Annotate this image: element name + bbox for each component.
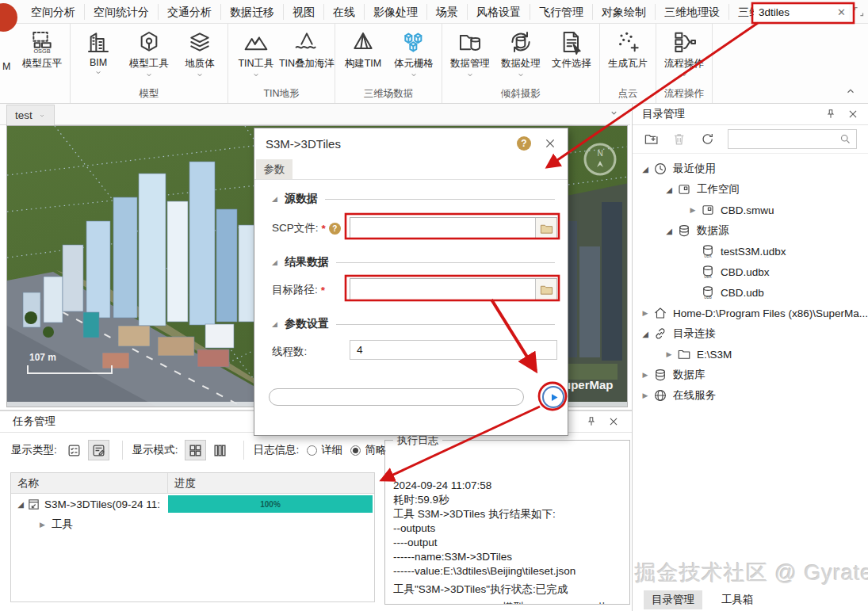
panel-tab-0[interactable]: 目录管理: [644, 590, 702, 609]
btn-model-flatten[interactable]: OSGB模型压平: [17, 24, 67, 86]
ribbon-search-input[interactable]: 3dtiles ✕: [754, 4, 849, 21]
menu-item-9[interactable]: 飞行管理: [530, 4, 593, 20]
expander-closed-icon[interactable]: ▶: [639, 371, 652, 379]
expander-open-icon[interactable]: ◢: [639, 165, 652, 174]
catalog-search-input[interactable]: [728, 129, 857, 149]
menu-item-1[interactable]: 空间统计分: [85, 4, 159, 20]
compass-widget[interactable]: N: [585, 144, 615, 174]
menu-item-11[interactable]: 三维地理设: [656, 4, 729, 20]
btn-gen-tiles[interactable]: 生成瓦片: [602, 24, 653, 86]
display-type-list-button[interactable]: [88, 440, 109, 460]
btn-model-tools[interactable]: 模型工具: [124, 24, 174, 86]
expander-closed-icon[interactable]: ▶: [686, 206, 699, 214]
tree-item[interactable]: ▶数据库: [633, 365, 868, 385]
expander-open-icon[interactable]: ◢: [639, 330, 652, 338]
svg-text:OSGB: OSGB: [33, 48, 50, 55]
tree-item[interactable]: UDBCBD.udb: [633, 282, 868, 303]
folder-db-icon: [457, 29, 483, 55]
btn-data-process[interactable]: 数据处理: [495, 24, 546, 86]
btn-tin-tools[interactable]: TIN工具: [231, 24, 281, 86]
radio-brief[interactable]: [350, 445, 361, 456]
tab-list-chevron-icon[interactable]: [609, 109, 619, 117]
expander-open-icon[interactable]: ◢: [663, 185, 675, 194]
expander-closed-icon[interactable]: ▶: [639, 309, 652, 317]
tree-item-label: 工作空间: [697, 182, 740, 197]
execute-button[interactable]: [542, 386, 564, 408]
tree-item[interactable]: ▶E:\S3M: [633, 344, 868, 365]
target-path-input[interactable]: [350, 278, 557, 300]
ribbon-group: 流程操作流程操作: [656, 24, 713, 103]
menu-item-7[interactable]: 场景: [427, 4, 468, 20]
section-parameter-settings[interactable]: ◢ 参数设置: [272, 317, 555, 331]
menu-item-2[interactable]: 交通分析: [159, 4, 221, 20]
refresh-icon[interactable]: [700, 131, 715, 147]
display-mode-columns-button[interactable]: [209, 440, 231, 460]
btn-geology[interactable]: 地质体: [174, 24, 225, 86]
tree-item[interactable]: ◢最近使用: [633, 158, 868, 179]
menu-item-8[interactable]: 风格设置: [468, 4, 530, 20]
section-source-data[interactable]: ◢ 源数据: [272, 192, 555, 206]
ribbon-group: 数据管理数据处理文件选择倾斜摄影: [442, 24, 600, 103]
menu-item-4[interactable]: 视图: [284, 4, 324, 20]
tree-item[interactable]: UDXtestS3M.udbx: [633, 241, 868, 262]
tree-item[interactable]: ▶Home-D:\Program Files (x86)\SuperMa...: [633, 303, 868, 323]
close-icon[interactable]: [847, 109, 858, 120]
col-progress-header[interactable]: 进度: [168, 473, 202, 493]
btn-voxel-grid[interactable]: 体元栅格: [388, 24, 439, 86]
menu-item-5[interactable]: 在线: [324, 4, 365, 20]
expander-closed-icon[interactable]: ▶: [40, 521, 45, 529]
section-expander-icon: ◢: [272, 258, 277, 266]
radio-detail[interactable]: [307, 445, 317, 456]
collapse-ribbon-icon[interactable]: [844, 86, 857, 97]
pin-icon[interactable]: [586, 416, 597, 427]
tree-item[interactable]: ◢目录连接: [633, 323, 868, 344]
menu-item-6[interactable]: 影像处理: [365, 4, 427, 20]
panel-tab-1[interactable]: 工具箱: [713, 590, 762, 609]
ribbon-group: 构建TIM体元栅格三维场数据: [335, 24, 442, 103]
thread-count-input[interactable]: 4: [350, 340, 557, 360]
btn-partial-m[interactable]: M: [2, 24, 17, 86]
field-help-icon[interactable]: ?: [329, 223, 341, 235]
tab-test[interactable]: test: [6, 105, 55, 125]
close-icon[interactable]: [608, 416, 619, 427]
execution-log-lines[interactable]: 2024-09-24 11:07:58耗时:59.9秒工具 S3M->3DTil…: [385, 441, 629, 604]
expand-search-icon[interactable]: [853, 6, 865, 17]
help-icon[interactable]: ?: [517, 136, 531, 151]
new-connection-icon[interactable]: [644, 131, 659, 147]
tree-item-label: CBD.udb: [721, 287, 764, 299]
col-name-header[interactable]: 名称: [11, 473, 168, 493]
tree-item-label: CBD.udbx: [721, 266, 770, 278]
clear-search-icon[interactable]: ✕: [837, 6, 846, 18]
scp-file-input[interactable]: [350, 217, 557, 239]
menu-item-3[interactable]: 数据迁移: [221, 4, 284, 20]
btn-data-manage[interactable]: 数据管理: [445, 24, 495, 86]
tree-item[interactable]: ▶CBD.smwu: [633, 200, 868, 220]
btn-bim[interactable]: BIM: [73, 24, 124, 86]
expander-open-icon[interactable]: ◢: [14, 500, 27, 509]
btn-file-select[interactable]: 文件选择: [546, 24, 597, 86]
browse-button[interactable]: [535, 279, 556, 300]
udb-icon: UDB: [701, 285, 715, 300]
tree-item[interactable]: ◢工作空间: [633, 179, 868, 200]
table-row[interactable]: ◢ S3M->3DTiles(09-24 11: 100%: [11, 494, 374, 514]
pin-icon[interactable]: [825, 109, 836, 120]
btn-tin-ocean[interactable]: TIN叠加海洋: [281, 24, 332, 86]
close-icon[interactable]: [544, 137, 556, 150]
tab-parameters[interactable]: 参数: [256, 159, 293, 179]
btn-flow-op[interactable]: 流程操作: [659, 24, 709, 86]
expander-closed-icon[interactable]: ▶: [639, 391, 652, 399]
display-mode-grid-button[interactable]: [185, 440, 206, 460]
section-result-data[interactable]: ◢ 结果数据: [272, 255, 555, 269]
menu-item-10[interactable]: 对象绘制: [593, 4, 656, 20]
tree-item[interactable]: ▶在线服务: [633, 385, 868, 406]
display-type-card-button[interactable]: [63, 440, 85, 460]
tree-item[interactable]: UDXCBD.udbx: [633, 262, 868, 282]
browse-button[interactable]: [535, 218, 556, 239]
delete-icon[interactable]: [671, 131, 686, 147]
btn-build-tim[interactable]: 构建TIM: [338, 24, 388, 86]
expander-open-icon[interactable]: ◢: [663, 227, 675, 235]
table-row-child[interactable]: ▶ 工具: [11, 514, 374, 535]
expander-closed-icon[interactable]: ▶: [663, 350, 675, 358]
tree-item[interactable]: ◢数据源: [633, 220, 868, 241]
menu-item-0[interactable]: 空间分析: [22, 4, 85, 20]
